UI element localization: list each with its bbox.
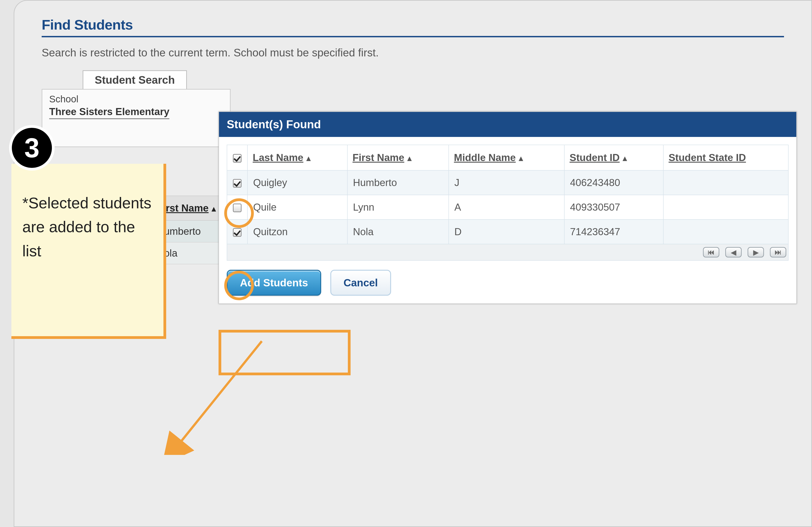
checkbox-icon[interactable] — [233, 154, 242, 163]
select-all-header[interactable] — [227, 145, 247, 170]
sort-asc-icon: ▲ — [305, 154, 313, 163]
pager-next-icon[interactable]: ▶ — [748, 247, 764, 257]
pager: ⏮ ◀ ▶ ⏭ — [227, 244, 788, 261]
row-checkbox[interactable] — [233, 179, 242, 187]
step-badge: 3 — [9, 125, 55, 170]
table-row[interactable]: Quigley Humberto J 406243480 — [227, 170, 788, 195]
add-students-button[interactable]: Add Students — [227, 270, 321, 296]
sort-asc-icon: ▲ — [210, 205, 218, 213]
pager-first-icon[interactable]: ⏮ — [703, 247, 719, 257]
students-found-table: Last Name▲ First Name▲ Middle Name▲ Stud… — [227, 145, 788, 244]
col-student-state-id[interactable]: Student State ID — [663, 145, 788, 170]
col-first-name[interactable]: First Name▲ — [347, 145, 449, 170]
col-middle-name[interactable]: Middle Name▲ — [449, 145, 564, 170]
table-row[interactable]: Quile Lynn A 409330507 — [227, 195, 788, 220]
callout-note: *Selected students are added to the list — [11, 164, 166, 339]
sort-asc-icon: ▲ — [517, 154, 525, 163]
sort-asc-icon: ▲ — [621, 154, 629, 163]
pager-last-icon[interactable]: ⏭ — [770, 247, 786, 257]
cancel-button[interactable]: Cancel — [330, 270, 391, 296]
table-row[interactable]: Quitzon Nola D 714236347 — [227, 220, 788, 244]
row-checkbox[interactable] — [233, 228, 242, 237]
school-label: School — [49, 94, 223, 105]
students-found-modal: Student(s) Found Last Name▲ First Name▲ … — [219, 111, 797, 304]
col-student-id[interactable]: Student ID▲ — [564, 145, 663, 170]
page-hint: Search is restricted to the current term… — [42, 46, 784, 59]
sort-asc-icon: ▲ — [406, 154, 414, 163]
pager-prev-icon[interactable]: ◀ — [725, 247, 742, 257]
school-value[interactable]: Three Sisters Elementary — [49, 106, 169, 119]
page-title: Find Students — [42, 17, 784, 37]
row-checkbox[interactable] — [233, 204, 242, 212]
tabs: Student Search Test History Search — [83, 70, 784, 89]
tab-student-search[interactable]: Student Search — [83, 70, 187, 89]
col-last-name[interactable]: Last Name▲ — [247, 145, 347, 170]
filters-panel: School Three Sisters Elementary — [42, 89, 231, 147]
modal-title: Student(s) Found — [219, 112, 796, 137]
